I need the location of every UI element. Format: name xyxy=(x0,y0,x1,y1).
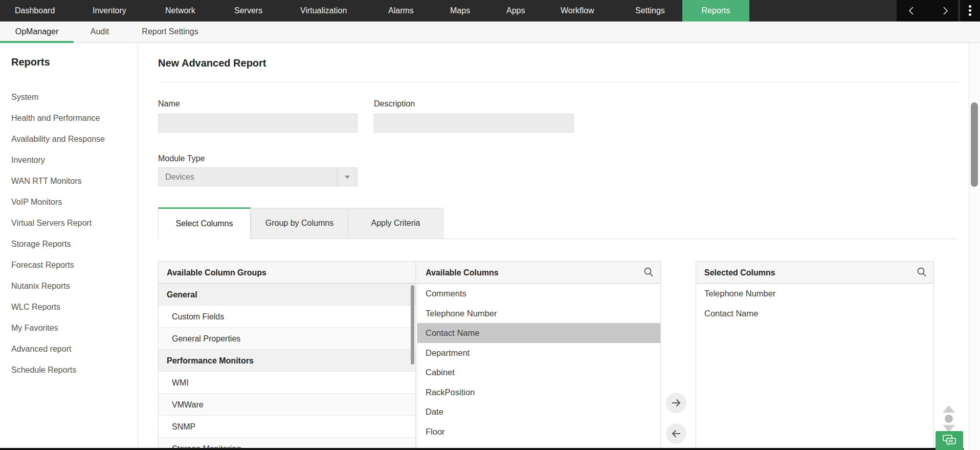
nav-maps[interactable]: Maps xyxy=(450,0,470,22)
sidebar-item-my-favorites[interactable]: My Favorites xyxy=(0,317,138,338)
nav-workflow[interactable]: Workflow xyxy=(561,0,594,22)
top-navbar: Dashboard Inventory Network Servers Virt… xyxy=(0,0,980,22)
sel-telephone-number[interactable]: Telephone Number xyxy=(696,284,933,304)
description-input[interactable] xyxy=(374,114,574,133)
col-comments[interactable]: Comments xyxy=(417,284,660,304)
module-type-select[interactable]: Devices xyxy=(158,167,358,186)
available-columns-list: Comments Telephone Number Contact Name D… xyxy=(417,284,660,450)
arrow-right-icon xyxy=(670,397,682,409)
name-label: Name xyxy=(158,99,180,109)
chevron-right-icon[interactable] xyxy=(941,6,950,16)
sidebar-item-nutanix[interactable]: Nutanix Reports xyxy=(0,275,138,296)
sidebar-item-wlc[interactable]: WLC Reports xyxy=(0,296,138,317)
tab-group-by-columns[interactable]: Group by Columns xyxy=(251,208,348,239)
nav-network[interactable]: Network xyxy=(165,0,195,22)
page-scrollbar-thumb[interactable] xyxy=(971,102,978,187)
available-columns-panel: Available Columns Comments Telephone Num… xyxy=(417,261,661,450)
group-row-vmware[interactable]: VMWare xyxy=(159,394,415,416)
subtab-report-settings[interactable]: Report Settings xyxy=(130,22,210,43)
col-date[interactable]: Date xyxy=(417,402,660,422)
nav-dashboard[interactable]: Dashboard xyxy=(15,0,55,22)
selected-columns-header: Selected Columns xyxy=(696,262,933,284)
tab-bottom-rule xyxy=(158,239,957,239)
search-icon[interactable] xyxy=(916,267,927,278)
sidebar-item-advanced-report[interactable]: Advanced report xyxy=(0,338,138,359)
group-row-custom-fields[interactable]: Custom Fields xyxy=(159,306,415,328)
chat-bubbles-icon xyxy=(942,434,957,447)
sub-navbar: OpManager Audit Report Settings xyxy=(0,22,980,43)
sidebar-item-inventory[interactable]: Inventory xyxy=(0,149,138,170)
available-column-groups-header: Available Column Groups xyxy=(159,262,415,284)
available-columns-header: Available Columns xyxy=(417,262,660,284)
move-left-button[interactable] xyxy=(666,423,686,444)
sidebar-item-wan-rtt[interactable]: WAN RTT Monitors xyxy=(0,170,138,191)
nav-servers[interactable]: Servers xyxy=(234,0,262,22)
sidebar-item-schedule-reports[interactable]: Schedule Reports xyxy=(0,359,138,380)
sidebar-item-system[interactable]: System xyxy=(0,87,138,108)
groups-scrollbar-thumb[interactable] xyxy=(411,285,414,365)
sidebar-title: Reports xyxy=(11,56,50,68)
group-row-general-properties[interactable]: General Properties xyxy=(159,328,415,350)
nav-virtualization[interactable]: Virtualization xyxy=(300,0,347,22)
sel-contact-name[interactable]: Contact Name xyxy=(696,304,933,324)
module-type-value: Devices xyxy=(165,168,194,186)
selected-columns-panel: Selected Columns Telephone Number Contac… xyxy=(696,261,934,450)
tab-apply-criteria[interactable]: Apply Criteria xyxy=(348,208,443,239)
subtab-audit[interactable]: Audit xyxy=(77,22,123,43)
arrow-left-icon xyxy=(670,427,682,440)
move-right-button[interactable] xyxy=(666,393,686,413)
col-contact-name-selected[interactable]: Contact Name xyxy=(417,323,660,343)
group-row-performance-monitors[interactable]: Performance Monitors xyxy=(159,350,415,372)
caret-down-icon xyxy=(345,176,350,179)
group-row-general[interactable]: General xyxy=(159,284,415,306)
subtab-opmanager[interactable]: OpManager xyxy=(0,22,74,43)
group-row-wmi[interactable]: WMI xyxy=(159,372,415,394)
sidebar-item-availability[interactable]: Availability and Response xyxy=(0,128,138,149)
sidebar-item-virtual-servers[interactable]: Virtual Servers Report xyxy=(0,212,138,233)
sidebar-item-health[interactable]: Health and Performance xyxy=(0,108,138,128)
module-type-label: Module Type xyxy=(158,154,205,163)
nav-history-arrows xyxy=(897,0,958,22)
sidebar-item-storage[interactable]: Storage Reports xyxy=(0,233,138,254)
caret-box xyxy=(337,168,357,186)
available-columns-title: Available Columns xyxy=(426,268,499,277)
bottom-edge-bar xyxy=(0,448,964,450)
selected-columns-title: Selected Columns xyxy=(704,268,775,277)
reports-sidebar: Reports System Health and Performance Av… xyxy=(0,43,138,448)
col-telephone-number[interactable]: Telephone Number xyxy=(417,304,660,324)
main-content: New Advanced Report Name Description Mod… xyxy=(138,43,969,450)
tab-select-columns[interactable]: Select Columns xyxy=(158,207,251,239)
sidebar-item-voip[interactable]: VoIP Monitors xyxy=(0,191,138,212)
nav-inventory[interactable]: Inventory xyxy=(93,0,126,22)
description-label: Description xyxy=(374,99,415,109)
sidebar-item-forecast[interactable]: Forecast Reports xyxy=(0,254,138,275)
selected-columns-list: Telephone Number Contact Name xyxy=(696,284,933,323)
col-cabinet[interactable]: Cabinet xyxy=(417,362,660,382)
name-input[interactable] xyxy=(158,114,358,133)
nav-apps[interactable]: Apps xyxy=(506,0,525,22)
available-column-groups-panel: Available Column Groups General Custom F… xyxy=(158,261,416,450)
page-title: New Advanced Report xyxy=(158,57,266,69)
col-rackposition[interactable]: RackPosition xyxy=(417,382,660,402)
opmanager-screen: Dashboard Inventory Network Servers Virt… xyxy=(0,0,980,450)
nav-alarms[interactable]: Alarms xyxy=(388,0,414,22)
overflow-menu-icon[interactable] xyxy=(960,0,980,22)
group-row-snmp[interactable]: SNMP xyxy=(159,416,415,438)
chevron-left-icon[interactable] xyxy=(907,6,916,16)
nav-reports-active[interactable]: Reports xyxy=(682,0,749,22)
page-scrollbar-track[interactable] xyxy=(969,43,980,450)
sidebar-list: System Health and Performance Availabili… xyxy=(0,87,138,380)
scroll-up-icon[interactable] xyxy=(943,405,955,413)
chat-support-button[interactable] xyxy=(936,431,963,450)
search-icon[interactable] xyxy=(643,267,654,278)
col-department[interactable]: Department xyxy=(417,343,660,363)
col-floor[interactable]: Floor xyxy=(417,422,660,442)
title-divider xyxy=(158,82,957,82)
scroll-drag-dot[interactable] xyxy=(945,415,953,423)
nav-settings[interactable]: Settings xyxy=(635,0,665,22)
